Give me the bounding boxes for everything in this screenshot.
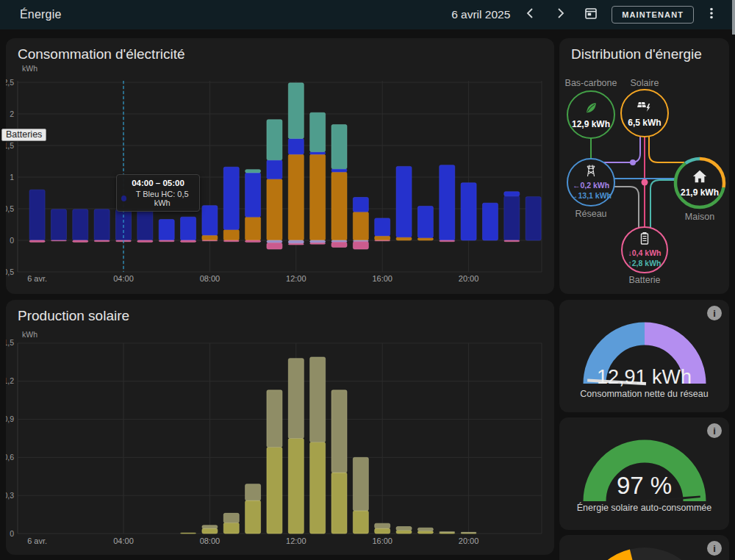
solar-label: Solaire (604, 78, 685, 88)
svg-text:2,5: 2,5 (6, 78, 14, 87)
svg-text:kWh: kWh (22, 330, 37, 339)
svg-text:1,5: 1,5 (6, 141, 14, 150)
home-icon (692, 169, 708, 187)
chart-tooltip: 04:00 – 05:00 T Bleu HC: 0,5 kWh (116, 174, 200, 212)
grid-label: Réseau (551, 209, 631, 219)
net-consumption-label: Consommation nette du réseau (559, 389, 729, 399)
battery-discharged-value: ↑2,8 kWh (628, 259, 662, 268)
menu-button[interactable] (701, 4, 722, 25)
app-header: Énergie 6 avril 2025 MAINTENANT (0, 0, 735, 29)
svg-text:12:00: 12:00 (286, 274, 306, 283)
home-value: 21,9 kWh (681, 187, 719, 198)
info-icon[interactable]: i (707, 423, 722, 438)
info-icon[interactable]: i (707, 306, 722, 320)
svg-text:0: 0 (10, 529, 14, 538)
info-icon[interactable]: i (707, 541, 722, 556)
battery-label: Batterie (604, 275, 685, 285)
grid-export-value: ←0,2 kWh (573, 181, 609, 190)
chevron-left-icon (524, 7, 537, 23)
tooltip-time-range: 04:00 – 05:00 (121, 179, 195, 187)
grid-node[interactable]: ←0,2 kWh →13,1 kWh (567, 158, 615, 207)
svg-text:20:00: 20:00 (459, 274, 479, 283)
battery-node[interactable]: ↓0,4 kWh ↑2,8 kWh (621, 226, 668, 273)
kebab-menu-icon (704, 6, 719, 24)
svg-text:16:00: 16:00 (372, 536, 392, 545)
chevron-right-icon (553, 7, 567, 23)
net-consumption-value: 12,91 kWh (559, 366, 729, 389)
battery-icon (639, 231, 650, 248)
svg-text:08:00: 08:00 (200, 536, 220, 545)
svg-text:0,3: 0,3 (6, 491, 14, 500)
now-button[interactable]: MAINTENANT (612, 6, 694, 24)
svg-text:kWh: kWh (22, 64, 37, 73)
svg-text:12:00: 12:00 (286, 536, 306, 545)
consumption-chart[interactable]: 2,521,510,50-0,56 avr.04:0008:0012:0016:… (6, 38, 554, 294)
low-carbon-node[interactable]: 12,9 kWh (567, 90, 615, 139)
svg-text:1,2: 1,2 (6, 376, 14, 385)
tooltip-series-value: T Bleu HC: 0,5 kWh (129, 190, 195, 207)
solar-node[interactable]: 6,5 kWh (620, 89, 669, 137)
battery-charged-value: ↓0,4 kWh (628, 248, 662, 258)
svg-text:0: 0 (10, 236, 14, 245)
transmission-tower-icon (584, 164, 598, 180)
grid-import-value: →13,1 kWh (570, 191, 612, 201)
scrollbar-thumb[interactable] (732, 0, 735, 35)
calendar-icon (584, 6, 598, 24)
production-card: Production solaire 1,51,20,90,60,306 avr… (6, 300, 554, 555)
svg-text:0,9: 0,9 (6, 414, 14, 423)
consumption-card: Consommation d'électricité 2,521,510,50-… (6, 38, 554, 294)
low-carbon-value: 12,9 kWh (572, 119, 610, 129)
svg-text:1,5: 1,5 (6, 338, 14, 347)
solar-value: 6,5 kWh (628, 118, 661, 128)
svg-text:6 avr.: 6 avr. (27, 274, 47, 283)
leaf-icon (584, 101, 598, 118)
third-gauge (559, 535, 729, 560)
solar-panel-icon (637, 99, 653, 117)
svg-text:2: 2 (10, 110, 14, 118)
solar-self-consumption-label: Énergie solaire auto-consommée (559, 503, 729, 513)
svg-text:08:00: 08:00 (200, 274, 220, 283)
previous-day-button[interactable] (520, 4, 541, 25)
svg-text:04:00: 04:00 (113, 274, 134, 283)
third-gauge-card: i (559, 535, 729, 560)
calendar-button[interactable] (581, 4, 601, 25)
date-display[interactable]: 6 avril 2025 (451, 8, 510, 21)
svg-text:16:00: 16:00 (372, 274, 392, 283)
production-chart[interactable]: 1,51,20,90,60,306 avr.04:0008:0012:0016:… (6, 300, 554, 555)
home-label: Maison (659, 212, 735, 222)
next-day-button[interactable] (550, 4, 570, 25)
svg-text:0,5: 0,5 (6, 204, 14, 213)
svg-text:6 avr.: 6 avr. (27, 536, 47, 545)
svg-text:1: 1 (10, 173, 14, 182)
svg-text:-0,5: -0,5 (6, 268, 14, 276)
solar-self-consumption-value: 97 % (559, 472, 729, 500)
home-node[interactable]: 21,9 kWh (675, 159, 724, 207)
tooltip-series-dot (121, 195, 126, 201)
solar-self-consumption-gauge-card: 97 % Énergie solaire auto-consommée i (559, 417, 729, 530)
svg-text:20:00: 20:00 (459, 536, 479, 545)
batteries-cursor-tooltip: Batteries (1, 129, 46, 141)
svg-text:04:00: 04:00 (113, 536, 134, 545)
distribution-card: Distribution d'énergie Bas-carbone Solai… (559, 38, 729, 294)
solar-to-grid-flow-dot (630, 159, 636, 165)
svg-text:0,6: 0,6 (6, 453, 14, 462)
net-consumption-gauge-card: 12,91 kWh Consommation nette du réseau i (559, 300, 729, 412)
page-title: Énergie (20, 8, 62, 21)
solar-to-battery-flow-dot (642, 179, 648, 186)
